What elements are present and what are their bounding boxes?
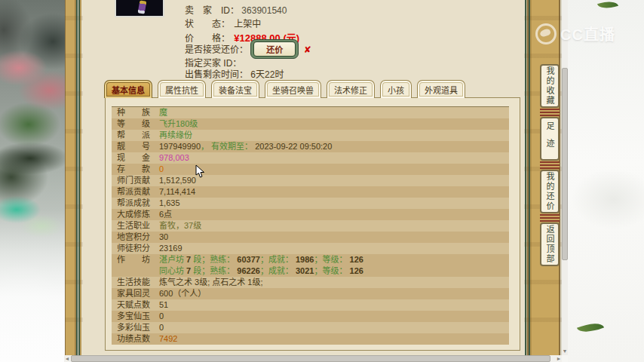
- row-label: 多宝仙玉: [112, 311, 159, 322]
- row-label: 靓 号: [112, 141, 159, 152]
- left-scroll-frame: [65, 0, 83, 355]
- cc-live-watermark-text: CC直播: [560, 23, 615, 44]
- table-row: 多宝仙玉0: [112, 311, 509, 322]
- row-label: 等 级: [112, 118, 159, 130]
- table-row: 师门贡献1,512,590: [112, 175, 509, 186]
- tab-4[interactable]: 坐骑召唤兽: [265, 80, 321, 98]
- row-value: 30: [159, 232, 509, 243]
- row-label: 帮派贡献: [112, 186, 159, 198]
- row-label: 大成修炼: [112, 209, 159, 220]
- row-value: 畜牧，37级: [159, 220, 509, 232]
- frame-divider: [540, 214, 560, 222]
- row-label: 现 金: [112, 152, 159, 164]
- reject-cross-icon: ✘: [304, 44, 311, 55]
- row-label: 存 款: [112, 164, 159, 175]
- row-label: 生活技能: [112, 277, 159, 288]
- table-row: 帮 派再续缘份: [112, 130, 509, 141]
- tab-3[interactable]: 装备法宝: [211, 80, 259, 98]
- listing-row-seller: 卖 家 ID： 363901540: [185, 3, 287, 16]
- table-row: 作 坊湛卢坊 7 段；熟练： 60377；成就： 1986；等级： 126同心坊…: [112, 254, 509, 277]
- row-label: 功绩点数: [112, 333, 159, 345]
- cc-live-logo-icon: [535, 23, 557, 44]
- tab-2[interactable]: 属性抗性: [158, 80, 206, 98]
- seller-id-label: 卖 家 ID：: [185, 3, 239, 16]
- table-row: 师徒积分23169: [112, 243, 509, 254]
- table-row: 生活技能炼气之术 3级; 点石之术 1级;: [112, 277, 509, 288]
- row-value: 6点: [159, 209, 509, 220]
- info-table: 种 族魔等 级飞升180级帮 派再续缘份靓 号197949990， 有效期至： …: [112, 106, 509, 345]
- row-label: 多彩仙玉: [112, 322, 159, 333]
- row-value: 0: [159, 311, 509, 322]
- row-label: 师门贡献: [112, 175, 159, 186]
- tab-1[interactable]: 基本信息: [104, 80, 152, 98]
- vertical-scrollbar[interactable]: ▼: [562, 0, 568, 355]
- row-value: 0: [159, 164, 509, 175]
- row-label: 地宫积分: [112, 232, 159, 243]
- table-row: 现 金978,003: [112, 152, 509, 164]
- row-value: 再续缘份: [159, 130, 509, 141]
- remaining-time-value: 6天22时: [250, 69, 284, 80]
- mouse-cursor-icon: [195, 164, 205, 179]
- row-value: 978,003: [159, 152, 509, 164]
- row-value: 600（个人）: [159, 288, 509, 299]
- side-nav: 我的收藏足迹我的还价返回顶部: [540, 64, 560, 266]
- tab-bar: 基本信息属性抗性装备法宝坐骑召唤兽法术修正小孩外观道具: [104, 80, 465, 98]
- row-label: 帮派成就: [112, 198, 159, 209]
- row-value: 7,114,414: [159, 186, 509, 198]
- row-value: 23169: [159, 243, 509, 254]
- table-row: 帮派成就1,635: [112, 198, 509, 209]
- table-row: 种 族魔: [112, 107, 509, 118]
- status-value: 上架中: [234, 19, 261, 29]
- horizontal-scrollbar-thumb[interactable]: [71, 355, 550, 362]
- listing-row-status: 状 态： 上架中: [185, 17, 261, 29]
- cc-live-watermark: CC直播: [535, 23, 615, 44]
- scroll-down-icon[interactable]: ▼: [562, 348, 568, 354]
- right-scroll-frame: 我的收藏足迹我的还价返回顶部: [524, 0, 562, 355]
- tab-6[interactable]: 小孩: [380, 80, 412, 98]
- tab-5[interactable]: 法术修正: [327, 80, 375, 98]
- row-value: 1,512,590: [159, 175, 509, 186]
- sidebar-item-2[interactable]: 足迹: [540, 117, 560, 161]
- frame-divider: [540, 109, 560, 116]
- row-label: 家具回灵: [112, 288, 159, 299]
- character-sprite: [138, 0, 147, 14]
- row-value: 湛卢坊 7 段；熟练： 60377；成就： 1986；等级： 126同心坊 7 …: [159, 254, 509, 277]
- table-row: 大成修炼6点: [112, 209, 509, 220]
- table-row: 靓 号197949990， 有效期至： 2023-09-22 09:50:20: [112, 141, 509, 152]
- listing-row-remaining-time: 出售剩余时间： 6天22时: [185, 67, 284, 80]
- table-row: 多彩仙玉0: [112, 322, 509, 333]
- scroll-left-icon[interactable]: ◄: [64, 355, 70, 362]
- page-background: 卖 家 ID： 363901540 状 态： 上架中 价 格： ¥12888.0…: [0, 0, 644, 362]
- scroll-right-icon[interactable]: ►: [556, 355, 562, 362]
- table-row: 功绩点数7492: [112, 333, 509, 345]
- content-area: 卖 家 ID： 363901540 状 态： 上架中 价 格： ¥12888.0…: [83, 0, 524, 355]
- row-value: 飞升180级: [159, 118, 509, 130]
- row-label: 天赋点数: [112, 299, 159, 311]
- row-label: 生活职业: [112, 220, 159, 232]
- row-value: 魔: [159, 107, 509, 118]
- row-label: 帮 派: [112, 130, 159, 141]
- row-value: 7492: [159, 333, 509, 345]
- sidebar-item-1[interactable]: 我的收藏: [540, 64, 560, 108]
- seller-id-value: 363901540: [241, 5, 287, 16]
- horizontal-scrollbar[interactable]: ◄ ►: [64, 355, 562, 362]
- status-label: 状 态：: [185, 17, 232, 29]
- bargain-button[interactable]: 还价: [250, 39, 299, 59]
- vertical-scrollbar-thumb[interactable]: [562, 68, 568, 260]
- table-row: 等 级飞升180级: [112, 118, 509, 130]
- row-value: 1,635: [159, 198, 509, 209]
- content-panel: 种 族魔等 级飞升180级帮 派再续缘份靓 号197949990， 有效期至： …: [105, 97, 520, 351]
- table-row: 家具回灵600（个人）: [112, 288, 509, 299]
- table-row: 地宫积分30: [112, 232, 509, 243]
- row-value: 197949990， 有效期至： 2023-09-22 09:50:20: [159, 141, 509, 152]
- row-value: 炼气之术 3级; 点石之术 1级;: [159, 277, 509, 288]
- sidebar-item-3[interactable]: 我的还价: [540, 170, 560, 213]
- tab-7[interactable]: 外观道具: [417, 80, 465, 98]
- row-label: 作 坊: [112, 254, 159, 265]
- row-value: 51: [159, 299, 509, 311]
- table-row: 存 款0: [112, 164, 509, 175]
- row-value: 0: [159, 322, 509, 333]
- frame-divider: [540, 161, 560, 169]
- bargain-button-label: 还价: [253, 41, 296, 57]
- sidebar-item-4[interactable]: 返回顶部: [540, 222, 560, 266]
